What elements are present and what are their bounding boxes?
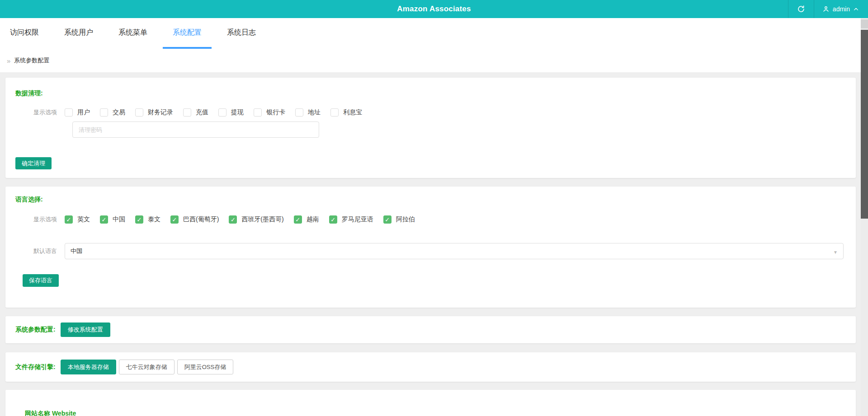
refresh-button[interactable] [788, 0, 814, 18]
language-option: 巴西(葡萄牙) [170, 215, 219, 224]
scrollbar-thumb[interactable] [861, 30, 868, 219]
checkbox-label: 西班牙(墨西哥) [241, 215, 283, 224]
tab-bar: 访问权限 系统用户 系统菜单 系统配置 系统日志 [0, 18, 868, 49]
storage-option-button[interactable]: 本地服务器存储 [61, 360, 116, 374]
tab-item[interactable]: 系统用户 [54, 18, 103, 49]
checkbox-checked[interactable] [383, 215, 392, 224]
app-title: Amazon Associates [0, 5, 868, 14]
checkbox-unchecked[interactable] [330, 108, 339, 117]
checkbox-label: 罗马尼亚语 [342, 215, 373, 224]
checkbox-checked[interactable] [65, 215, 73, 224]
checkbox-label: 泰文 [148, 215, 160, 224]
language-title: 语言选择: [15, 196, 846, 204]
website-name-title: 网站名称 Website [25, 410, 846, 416]
app-header: Amazon Associates admin [0, 0, 868, 18]
checkbox-unchecked[interactable] [183, 108, 191, 117]
cleanup-option: 地址 [295, 108, 321, 117]
double-angle-right-icon [7, 57, 10, 65]
tab-item[interactable]: 系统菜单 [108, 18, 157, 49]
cleanup-password-row [15, 122, 846, 138]
tab-item[interactable]: 访问权限 [0, 18, 49, 49]
checkbox-checked[interactable] [329, 215, 337, 224]
checkbox-label: 利息宝 [343, 108, 362, 117]
user-name: admin [833, 5, 850, 13]
checkbox-unchecked[interactable] [100, 108, 108, 117]
language-options-row: 显示选项 英文 中国 泰文 [15, 215, 846, 224]
breadcrumb-label: 系统参数配置 [14, 56, 49, 65]
tab-item[interactable]: 系统日志 [217, 18, 266, 49]
language-option: 泰文 [135, 215, 160, 224]
language-card: 语言选择: 显示选项 英文 中国 泰 [5, 187, 856, 308]
storage-options: 本地服务器存储 七牛云对象存储 阿里云OSS存储 [61, 360, 236, 374]
checkbox-unchecked[interactable] [254, 108, 262, 117]
main-content: 数据清理: 显示选项 用户 交易 财 [0, 72, 868, 416]
display-options-label: 显示选项 [15, 108, 65, 117]
scrollbar-top-segment [861, 19, 868, 28]
system-config-card: 系统参数配置: 修改系统配置 [5, 316, 856, 343]
checkbox-label: 充值 [196, 108, 208, 117]
checkbox-unchecked[interactable] [295, 108, 303, 117]
storage-option-label: 阿里云OSS存储 [184, 363, 226, 371]
default-language-select[interactable]: 中国 [65, 243, 844, 259]
checkbox-label: 英文 [77, 215, 90, 224]
cleanup-option: 用户 [65, 108, 90, 117]
checkbox-checked[interactable] [229, 215, 237, 224]
language-option: 西班牙(墨西哥) [229, 215, 283, 224]
user-icon [822, 5, 830, 13]
checkbox-checked[interactable] [170, 215, 179, 224]
checkbox-label: 交易 [113, 108, 125, 117]
cleanup-checkbox-group: 用户 交易 财务记录 充值 [65, 108, 372, 117]
user-menu[interactable]: admin [814, 0, 868, 18]
tab-label: 系统菜单 [118, 28, 147, 37]
cleanup-option: 交易 [100, 108, 125, 117]
scrollbar-track[interactable] [861, 18, 868, 416]
storage-option-button[interactable]: 阿里云OSS存储 [177, 360, 233, 374]
selected-language-value: 中国 [71, 247, 82, 255]
default-language-row: 默认语言 中国 [15, 243, 846, 259]
checkbox-label: 提现 [231, 108, 244, 117]
checkbox-label: 财务记录 [148, 108, 173, 117]
tab-label: 访问权限 [10, 28, 39, 37]
cleanup-password-input[interactable] [72, 122, 319, 138]
checkbox-checked[interactable] [294, 215, 302, 224]
language-option: 越南 [294, 215, 319, 224]
checkbox-checked[interactable] [135, 215, 143, 224]
chevron-down-icon [833, 248, 838, 255]
cleanup-option: 提现 [218, 108, 244, 117]
refresh-icon [797, 5, 805, 13]
language-option: 罗马尼亚语 [329, 215, 373, 224]
header-controls: admin [788, 0, 868, 18]
checkbox-label: 中国 [113, 215, 125, 224]
language-option: 中国 [100, 215, 125, 224]
display-options-label: 显示选项 [15, 215, 65, 224]
checkbox-unchecked[interactable] [65, 108, 73, 117]
data-cleanup-card: 数据清理: 显示选项 用户 交易 财 [5, 78, 856, 178]
language-checkbox-group: 英文 中国 泰文 巴西(葡萄牙) [65, 215, 425, 224]
save-language-button[interactable]: 保存语言 [23, 274, 59, 287]
checkbox-label: 阿拉伯 [396, 215, 415, 224]
storage-option-label: 本地服务器存储 [68, 363, 109, 371]
chevron-up-icon [853, 6, 859, 12]
file-storage-title: 文件存储引擎: [15, 363, 56, 371]
tab-label: 系统日志 [227, 28, 256, 37]
system-config-title: 系统参数配置: [15, 326, 56, 334]
website-card: 网站名称 Website [5, 390, 856, 416]
storage-option-label: 七牛云对象存储 [126, 363, 167, 371]
cleanup-options-row: 显示选项 用户 交易 财务记录 [15, 108, 846, 117]
default-language-label: 默认语言 [15, 247, 65, 255]
checkbox-label: 银行卡 [266, 108, 285, 117]
cleanup-option: 银行卡 [254, 108, 285, 117]
checkbox-label: 巴西(葡萄牙) [183, 215, 219, 224]
cleanup-option: 财务记录 [135, 108, 173, 117]
breadcrumb: 系统参数配置 [0, 49, 868, 72]
storage-option-button[interactable]: 七牛云对象存储 [119, 360, 175, 374]
data-cleanup-title: 数据清理: [15, 89, 846, 98]
checkbox-checked[interactable] [100, 215, 108, 224]
edit-system-config-button[interactable]: 修改系统配置 [61, 323, 110, 337]
tab-item[interactable]: 系统配置 [163, 18, 212, 49]
cleanup-option: 充值 [183, 108, 208, 117]
language-option: 英文 [65, 215, 90, 224]
checkbox-unchecked[interactable] [218, 108, 226, 117]
checkbox-unchecked[interactable] [135, 108, 143, 117]
confirm-cleanup-button[interactable]: 确定清理 [15, 157, 52, 169]
